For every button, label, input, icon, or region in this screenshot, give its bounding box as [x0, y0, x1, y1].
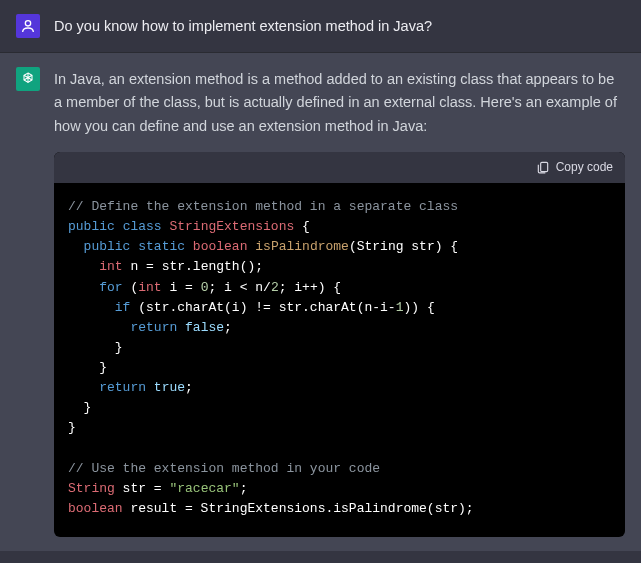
svg-point-0: [25, 21, 30, 26]
assistant-message-row: In Java, an extension method is a method…: [0, 53, 641, 551]
assistant-intro-text: In Java, an extension method is a method…: [54, 68, 625, 138]
person-icon: [20, 18, 36, 34]
code-block-header: Copy code: [54, 152, 625, 183]
code-content[interactable]: // Define the extension method in a sepa…: [54, 183, 625, 537]
user-avatar: [16, 14, 40, 38]
user-message-text: Do you know how to implement extension m…: [54, 14, 625, 38]
assistant-avatar: [16, 67, 40, 91]
openai-icon: [20, 71, 36, 87]
copy-code-label: Copy code: [556, 158, 613, 177]
user-message-row: Do you know how to implement extension m…: [0, 0, 641, 53]
assistant-message-content: In Java, an extension method is a method…: [54, 67, 625, 537]
clipboard-icon: [536, 160, 550, 174]
copy-code-button[interactable]: Copy code: [536, 158, 613, 177]
code-block: Copy code // Define the extension method…: [54, 152, 625, 537]
svg-rect-1: [540, 163, 547, 172]
